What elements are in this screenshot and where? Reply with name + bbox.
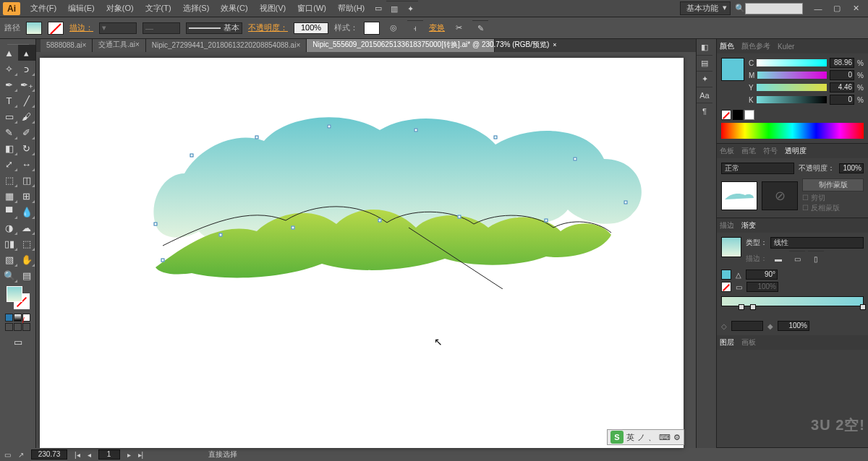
- gradient-ramp[interactable]: [721, 296, 864, 306]
- nav-prev[interactable]: ◂: [88, 451, 91, 459]
- tab-artboards[interactable]: 画板: [741, 337, 756, 348]
- free-transform-tool[interactable]: ⬚: [1, 172, 18, 188]
- menu-type[interactable]: 文字(T): [140, 0, 177, 17]
- cyan-slider[interactable]: [757, 59, 827, 66]
- print-tiling-tool[interactable]: ▤: [18, 267, 35, 283]
- var-width[interactable]: —: [142, 22, 180, 34]
- bridge-icon[interactable]: ✦: [402, 1, 418, 17]
- stop-color[interactable]: [721, 270, 731, 280]
- anchor-point[interactable]: [545, 219, 548, 223]
- eyedropper-tool[interactable]: 💧: [18, 204, 35, 220]
- tab-symbols[interactable]: 符号: [763, 146, 778, 156]
- anchor-point[interactable]: [624, 201, 628, 204]
- anchor-point[interactable]: [219, 233, 223, 237]
- nav-next[interactable]: ▸: [127, 451, 131, 459]
- close-icon[interactable]: ×: [553, 41, 556, 48]
- fill-swatch[interactable]: [26, 22, 42, 35]
- direct-selection-tool[interactable]: ▴: [18, 45, 35, 61]
- ime-lang[interactable]: 英: [626, 432, 634, 443]
- clip-checkbox[interactable]: ☐ 剪切: [802, 193, 864, 203]
- slice-tool[interactable]: ▧: [1, 251, 18, 267]
- ime-keyboard-icon[interactable]: ⌨: [659, 433, 671, 442]
- menu-help[interactable]: 帮助(H): [332, 0, 370, 17]
- recolor-icon[interactable]: ◎: [386, 20, 401, 36]
- window-restore[interactable]: ▢: [828, 3, 846, 14]
- eraser-tool[interactable]: ◧: [1, 140, 18, 156]
- gradient-stop[interactable]: [739, 304, 744, 310]
- search-input[interactable]: [745, 3, 803, 14]
- tab-transparency[interactable]: 透明度: [785, 146, 807, 156]
- artwork-sky-shape[interactable]: [141, 79, 662, 289]
- stroke-mode-2[interactable]: ▭: [789, 251, 805, 267]
- menu-edit[interactable]: 编辑(E): [62, 0, 101, 17]
- grad-type-dropdown[interactable]: 线性: [770, 237, 864, 249]
- menu-file[interactable]: 文件(F): [25, 0, 62, 17]
- magic-wand-tool[interactable]: ✧: [1, 61, 18, 77]
- blob-tool[interactable]: ✐: [18, 124, 35, 140]
- blend-mode-dropdown[interactable]: 正常: [721, 163, 794, 174]
- width-tool[interactable]: ↔: [18, 156, 35, 172]
- menu-window[interactable]: 窗口(W): [292, 0, 332, 17]
- magenta-value[interactable]: 0: [830, 70, 854, 80]
- window-minimize[interactable]: —: [809, 3, 827, 14]
- tab-color-guide[interactable]: 颜色参考: [741, 41, 770, 51]
- pencil-tool[interactable]: ✎: [1, 124, 18, 140]
- object-thumbnail[interactable]: [721, 181, 757, 210]
- tab-kuler[interactable]: Kuler: [778, 43, 794, 51]
- ime-gear-icon[interactable]: ⚙: [673, 433, 681, 442]
- tab-stroke[interactable]: 描边: [720, 220, 734, 231]
- yellow-value[interactable]: 4.46: [830, 82, 854, 92]
- ime-half[interactable]: ノ: [637, 432, 645, 443]
- gradient-tool[interactable]: ▀: [1, 204, 18, 220]
- mask-thumbnail[interactable]: ⊘: [762, 181, 798, 210]
- menu-effect[interactable]: 效果(C): [215, 0, 253, 17]
- canvas[interactable]: ↖ S 英 ノ 、 ⌨ ⚙: [36, 52, 696, 448]
- color-mode-row[interactable]: /: [5, 314, 30, 322]
- brush-field[interactable]: 基本: [186, 22, 242, 34]
- perspective-tool[interactable]: ▦: [1, 188, 18, 204]
- tab-swatches[interactable]: 色板: [720, 146, 734, 156]
- white-swatch[interactable]: [744, 110, 754, 120]
- make-mask-button[interactable]: 制作蒙版: [802, 178, 864, 191]
- anchor-point[interactable]: [292, 226, 295, 230]
- menu-object[interactable]: 对象(O): [101, 0, 140, 17]
- opacity-field[interactable]: 100%: [294, 22, 328, 34]
- trans-opacity[interactable]: 100%: [839, 163, 864, 173]
- screen-mode[interactable]: ▭: [9, 334, 27, 350]
- layout-icon[interactable]: ▭: [370, 1, 386, 17]
- doc-tab-0[interactable]: 5888088.ai×: [41, 39, 93, 52]
- mesh-tool[interactable]: ⊞: [18, 188, 35, 204]
- tab-gradient[interactable]: 渐变: [741, 220, 756, 231]
- stroke-weight[interactable]: ▾: [99, 22, 137, 34]
- transform-link[interactable]: 变换: [429, 22, 445, 33]
- stop-none[interactable]: [721, 282, 731, 292]
- gradient-stop[interactable]: [860, 304, 866, 310]
- doc-tab-3[interactable]: Nipic_555609_20150625133618375000[转换].ai…: [307, 39, 495, 52]
- gradient-well[interactable]: [721, 237, 741, 257]
- tab-layers[interactable]: 图层: [720, 337, 734, 348]
- align-icon[interactable]: ⫞: [407, 20, 423, 36]
- angle-field[interactable]: 90°: [746, 270, 778, 280]
- gradient-stop[interactable]: [750, 304, 756, 310]
- hand-tool[interactable]: ✋: [18, 251, 35, 267]
- draw-mode-row[interactable]: [5, 323, 30, 331]
- color-well[interactable]: [721, 58, 744, 81]
- type-tool[interactable]: T: [1, 92, 18, 108]
- aspect-field[interactable]: 100%: [746, 282, 778, 292]
- anchor-point[interactable]: [255, 136, 259, 139]
- rotate-tool[interactable]: ↻: [18, 140, 35, 156]
- selection-tool[interactable]: ▲: [1, 45, 18, 61]
- magenta-slider[interactable]: [757, 72, 827, 79]
- cyan-value[interactable]: 88.96: [830, 58, 854, 68]
- ime-punc[interactable]: 、: [648, 432, 656, 443]
- anchor-point[interactable]: [161, 259, 165, 262]
- stroke-swatch[interactable]: [48, 22, 64, 35]
- window-close[interactable]: ✕: [847, 3, 864, 14]
- artboard-nav[interactable]: 1: [98, 449, 120, 460]
- isolate-icon[interactable]: ✂: [451, 20, 467, 36]
- color-spectrum[interactable]: [721, 123, 864, 139]
- blend-tool[interactable]: ◑: [1, 220, 18, 236]
- stroke-link[interactable]: 描边：: [69, 22, 93, 33]
- artboard-tool[interactable]: ⬚: [18, 236, 35, 251]
- doc-tab-1[interactable]: 交通工具.ai×: [93, 39, 145, 52]
